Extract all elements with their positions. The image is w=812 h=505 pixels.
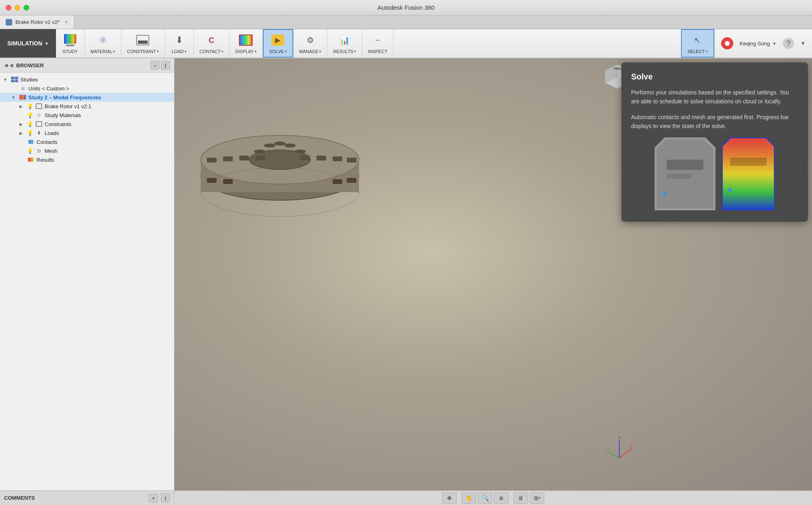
manage-button[interactable]: ⚙ MANAGE▾ bbox=[294, 29, 327, 58]
main-area: ◀ ◀ BROWSER – | ▼ Studies ⊞ bbox=[0, 58, 812, 490]
constraint-button[interactable]: CONSTRAINT▾ bbox=[121, 29, 165, 58]
svg-point-7 bbox=[284, 143, 296, 148]
sidebar-header: ◀ ◀ BROWSER – | bbox=[0, 58, 174, 73]
comments-add-button[interactable]: + bbox=[149, 494, 158, 503]
tab-title: Brake Rotor v1 v2* bbox=[15, 19, 60, 25]
load-label: LOAD▾ bbox=[172, 49, 187, 54]
window-title: Autodesk Fusion 360 bbox=[378, 4, 435, 11]
svg-rect-16 bbox=[347, 158, 357, 163]
window-controls[interactable] bbox=[6, 5, 29, 11]
material-button[interactable]: ⚛ MATERIAL▾ bbox=[85, 29, 121, 58]
maximize-button[interactable] bbox=[24, 5, 29, 11]
expand-arrow-studies: ▼ bbox=[3, 77, 9, 82]
svg-point-41 bbox=[728, 188, 732, 192]
display-mode-button[interactable]: 🖥 bbox=[513, 492, 528, 504]
help-arrow-icon: ▼ bbox=[801, 41, 806, 46]
brake-rotor-model bbox=[195, 71, 365, 281]
select-button[interactable]: ↖ SELECT▾ bbox=[681, 29, 714, 58]
manage-label: MANAGE▾ bbox=[299, 49, 322, 54]
svg-rect-12 bbox=[256, 155, 265, 160]
display-button[interactable]: DISPLAY▾ bbox=[230, 29, 262, 58]
zoom-tool-button[interactable]: ⊕ bbox=[494, 492, 509, 504]
display-icon bbox=[238, 33, 253, 47]
sidebar-nav-arrows[interactable]: ◀ ◀ bbox=[4, 62, 13, 68]
contact-button[interactable]: C CONTACT▾ bbox=[194, 29, 229, 58]
comments-pin-button[interactable]: | bbox=[161, 494, 170, 503]
record-dot-icon bbox=[725, 41, 730, 46]
svg-text:Y: Y bbox=[618, 436, 621, 440]
user-menu[interactable]: Keqing Song ▼ bbox=[740, 41, 776, 47]
tree-item-loads[interactable]: ▶ 💡 ⬇ Loads bbox=[0, 128, 174, 137]
svg-rect-17 bbox=[207, 178, 217, 183]
sidebar-pin-button[interactable]: | bbox=[161, 61, 170, 70]
bottom-bar: COMMENTS + | ✥ ✋ 🔍 ⊕ 🖥 ⊞ ▾ bbox=[0, 490, 812, 505]
move-tool-icon: ✥ bbox=[447, 495, 452, 501]
model-container: Y X Z FRONT RIGHT bbox=[174, 58, 812, 490]
svg-rect-36 bbox=[667, 174, 691, 179]
materials-label: Study Materials bbox=[45, 112, 171, 118]
svg-rect-10 bbox=[223, 156, 233, 161]
viewport-tools: ✥ ✋ 🔍 ⊕ 🖥 ⊞ ▾ bbox=[174, 492, 812, 504]
grid-mode-button[interactable]: ⊞ ▾ bbox=[530, 492, 544, 504]
results-button[interactable]: 📊 RESULTS▾ bbox=[327, 29, 362, 58]
solve-button[interactable]: ▶ SOLVE▾ bbox=[263, 29, 293, 58]
close-button[interactable] bbox=[6, 5, 11, 11]
help-button[interactable]: ? bbox=[783, 38, 794, 49]
user-dropdown-icon: ▼ bbox=[772, 41, 776, 46]
expand-arrow-study2: ▼ bbox=[11, 95, 17, 100]
contact-icon: C bbox=[204, 33, 219, 47]
user-name: Keqing Song bbox=[740, 41, 770, 47]
tree-item-results[interactable]: Results bbox=[0, 155, 174, 164]
bulb-brake-icon: 💡 bbox=[27, 103, 33, 109]
toolbar-group-contact: C CONTACT▾ bbox=[194, 29, 230, 58]
brake-icon bbox=[35, 103, 43, 109]
title-bar: Autodesk Fusion 360 bbox=[0, 0, 812, 15]
svg-rect-19 bbox=[333, 179, 342, 184]
main-tab[interactable]: Brake Rotor v1 v2* ✕ bbox=[0, 15, 74, 29]
grid-mode-arrow-icon: ▾ bbox=[539, 496, 541, 500]
inspect-label: INSPECT bbox=[368, 49, 387, 54]
tree-item-constraints[interactable]: ▶ 💡 Constraints bbox=[0, 120, 174, 128]
simulation-dropdown-button[interactable]: SIMULATION ▼ bbox=[0, 29, 56, 58]
loads-icon: ⬇ bbox=[35, 130, 43, 136]
contact-label: CONTACT▾ bbox=[200, 49, 223, 54]
contacts-icon bbox=[27, 139, 35, 145]
tree-item-units[interactable]: ⊞ Units < Custom > bbox=[0, 84, 174, 93]
tree-item-contacts[interactable]: Contacts bbox=[0, 137, 174, 146]
bulb-loads-icon: 💡 bbox=[27, 130, 33, 136]
inspect-icon: ↔ bbox=[370, 33, 385, 47]
viewport[interactable]: Y X Z FRONT RIGHT bbox=[174, 58, 812, 490]
orbit-tool-button[interactable]: 🔍 bbox=[478, 492, 492, 504]
record-button[interactable] bbox=[721, 37, 733, 49]
loads-label: Loads bbox=[45, 130, 171, 136]
tree-item-mesh[interactable]: 💡 ⊞ Mesh bbox=[0, 146, 174, 155]
pan-tool-button[interactable]: ✋ bbox=[462, 492, 476, 504]
sidebar-minus-button[interactable]: – bbox=[150, 61, 159, 70]
minimize-button[interactable] bbox=[15, 5, 20, 11]
inspect-button[interactable]: ↔ INSPECT bbox=[362, 29, 393, 58]
svg-rect-14 bbox=[316, 156, 326, 160]
move-tool-button[interactable]: ✥ bbox=[442, 492, 457, 504]
tree-item-study-materials[interactable]: 💡 ⚛ Study Materials bbox=[0, 111, 174, 120]
tree-item-brake-rotor[interactable]: ▶ 💡 Brake Rotor v1 v2:1 bbox=[0, 102, 174, 111]
svg-marker-39 bbox=[723, 138, 774, 210]
mesh-label: Mesh bbox=[45, 148, 171, 154]
comments-section: COMMENTS + | bbox=[0, 491, 174, 505]
tab-close-button[interactable]: ✕ bbox=[64, 19, 68, 25]
studies-icon bbox=[11, 76, 19, 83]
toolbar-group-study: STUDY bbox=[56, 29, 85, 58]
units-icon: ⊞ bbox=[19, 85, 27, 92]
solve-label: SOLVE▾ bbox=[269, 49, 287, 54]
load-button[interactable]: ⬇ LOAD▾ bbox=[165, 29, 193, 58]
tree-item-studies[interactable]: ▼ Studies bbox=[0, 75, 174, 84]
material-label: MATERIAL▾ bbox=[90, 49, 115, 54]
tree-item-study2[interactable]: ▼ Study 2 – Modal Frequencies bbox=[0, 93, 174, 102]
svg-text:Z: Z bbox=[607, 448, 609, 452]
expand-arrow-brake: ▶ bbox=[19, 104, 25, 109]
solve-after-image bbox=[722, 137, 775, 212]
expand-arrow-loads: ▶ bbox=[19, 131, 25, 135]
svg-rect-18 bbox=[223, 179, 233, 184]
svg-point-6 bbox=[274, 141, 286, 146]
study-button[interactable]: STUDY bbox=[56, 29, 84, 58]
svg-line-23 bbox=[619, 448, 632, 458]
